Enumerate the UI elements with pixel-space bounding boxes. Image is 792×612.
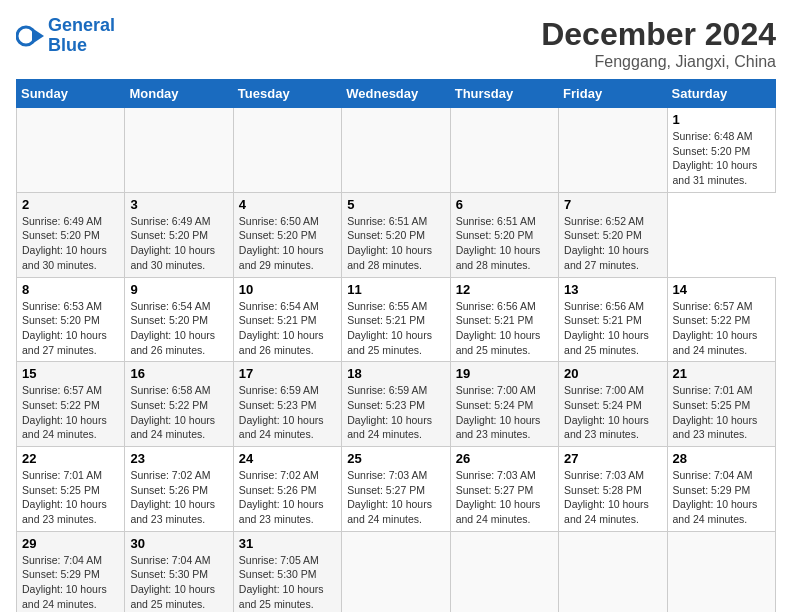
calendar-cell <box>233 108 341 193</box>
calendar-cell <box>667 531 775 612</box>
day-number: 14 <box>673 282 770 297</box>
day-number: 20 <box>564 366 661 381</box>
day-info: Sunrise: 6:59 AMSunset: 5:23 PMDaylight:… <box>239 384 324 440</box>
calendar-week-row: 2 Sunrise: 6:49 AMSunset: 5:20 PMDayligh… <box>17 192 776 277</box>
calendar-cell: 30 Sunrise: 7:04 AMSunset: 5:30 PMDaylig… <box>125 531 233 612</box>
day-info: Sunrise: 6:58 AMSunset: 5:22 PMDaylight:… <box>130 384 215 440</box>
day-info: Sunrise: 6:56 AMSunset: 5:21 PMDaylight:… <box>564 300 649 356</box>
day-number: 2 <box>22 197 119 212</box>
calendar-cell <box>342 531 450 612</box>
calendar-day-header: Tuesday <box>233 80 341 108</box>
calendar-cell: 27 Sunrise: 7:03 AMSunset: 5:28 PMDaylig… <box>559 447 667 532</box>
day-info: Sunrise: 7:03 AMSunset: 5:27 PMDaylight:… <box>347 469 432 525</box>
day-number: 5 <box>347 197 444 212</box>
day-info: Sunrise: 6:53 AMSunset: 5:20 PMDaylight:… <box>22 300 107 356</box>
day-number: 3 <box>130 197 227 212</box>
day-number: 16 <box>130 366 227 381</box>
page-header: GeneralBlue December 2024 Fenggang, Jian… <box>16 16 776 71</box>
day-number: 8 <box>22 282 119 297</box>
calendar-cell: 23 Sunrise: 7:02 AMSunset: 5:26 PMDaylig… <box>125 447 233 532</box>
calendar-cell <box>559 108 667 193</box>
day-info: Sunrise: 7:03 AMSunset: 5:28 PMDaylight:… <box>564 469 649 525</box>
calendar-cell: 2 Sunrise: 6:49 AMSunset: 5:20 PMDayligh… <box>17 192 125 277</box>
day-number: 29 <box>22 536 119 551</box>
calendar-cell <box>17 108 125 193</box>
logo: GeneralBlue <box>16 16 115 56</box>
calendar-day-header: Saturday <box>667 80 775 108</box>
logo-text: GeneralBlue <box>48 16 115 56</box>
day-info: Sunrise: 6:57 AMSunset: 5:22 PMDaylight:… <box>673 300 758 356</box>
day-info: Sunrise: 6:49 AMSunset: 5:20 PMDaylight:… <box>22 215 107 271</box>
calendar-cell: 10 Sunrise: 6:54 AMSunset: 5:21 PMDaylig… <box>233 277 341 362</box>
calendar-week-row: 1 Sunrise: 6:48 AMSunset: 5:20 PMDayligh… <box>17 108 776 193</box>
logo-icon <box>16 22 44 50</box>
day-number: 22 <box>22 451 119 466</box>
day-number: 21 <box>673 366 770 381</box>
day-number: 31 <box>239 536 336 551</box>
day-info: Sunrise: 7:00 AMSunset: 5:24 PMDaylight:… <box>456 384 541 440</box>
day-number: 23 <box>130 451 227 466</box>
day-number: 9 <box>130 282 227 297</box>
calendar-cell: 14 Sunrise: 6:57 AMSunset: 5:22 PMDaylig… <box>667 277 775 362</box>
day-number: 28 <box>673 451 770 466</box>
calendar-cell: 15 Sunrise: 6:57 AMSunset: 5:22 PMDaylig… <box>17 362 125 447</box>
day-number: 13 <box>564 282 661 297</box>
calendar-cell: 20 Sunrise: 7:00 AMSunset: 5:24 PMDaylig… <box>559 362 667 447</box>
calendar-cell <box>450 531 558 612</box>
day-number: 11 <box>347 282 444 297</box>
day-info: Sunrise: 6:54 AMSunset: 5:20 PMDaylight:… <box>130 300 215 356</box>
calendar-cell: 26 Sunrise: 7:03 AMSunset: 5:27 PMDaylig… <box>450 447 558 532</box>
day-number: 12 <box>456 282 553 297</box>
day-number: 17 <box>239 366 336 381</box>
calendar-day-header: Wednesday <box>342 80 450 108</box>
day-info: Sunrise: 6:52 AMSunset: 5:20 PMDaylight:… <box>564 215 649 271</box>
day-info: Sunrise: 7:04 AMSunset: 5:29 PMDaylight:… <box>673 469 758 525</box>
calendar-week-row: 22 Sunrise: 7:01 AMSunset: 5:25 PMDaylig… <box>17 447 776 532</box>
calendar-cell: 24 Sunrise: 7:02 AMSunset: 5:26 PMDaylig… <box>233 447 341 532</box>
day-number: 4 <box>239 197 336 212</box>
day-info: Sunrise: 6:54 AMSunset: 5:21 PMDaylight:… <box>239 300 324 356</box>
calendar-cell: 19 Sunrise: 7:00 AMSunset: 5:24 PMDaylig… <box>450 362 558 447</box>
day-info: Sunrise: 6:51 AMSunset: 5:20 PMDaylight:… <box>347 215 432 271</box>
day-number: 25 <box>347 451 444 466</box>
location: Fenggang, Jiangxi, China <box>541 53 776 71</box>
calendar-cell: 13 Sunrise: 6:56 AMSunset: 5:21 PMDaylig… <box>559 277 667 362</box>
calendar-cell: 9 Sunrise: 6:54 AMSunset: 5:20 PMDayligh… <box>125 277 233 362</box>
calendar-cell <box>450 108 558 193</box>
day-info: Sunrise: 7:01 AMSunset: 5:25 PMDaylight:… <box>22 469 107 525</box>
day-number: 19 <box>456 366 553 381</box>
day-info: Sunrise: 7:05 AMSunset: 5:30 PMDaylight:… <box>239 554 324 610</box>
calendar-cell: 25 Sunrise: 7:03 AMSunset: 5:27 PMDaylig… <box>342 447 450 532</box>
day-info: Sunrise: 7:02 AMSunset: 5:26 PMDaylight:… <box>239 469 324 525</box>
calendar-cell: 11 Sunrise: 6:55 AMSunset: 5:21 PMDaylig… <box>342 277 450 362</box>
month-title: December 2024 <box>541 16 776 53</box>
calendar-cell: 12 Sunrise: 6:56 AMSunset: 5:21 PMDaylig… <box>450 277 558 362</box>
day-number: 1 <box>673 112 770 127</box>
day-info: Sunrise: 6:51 AMSunset: 5:20 PMDaylight:… <box>456 215 541 271</box>
day-info: Sunrise: 7:04 AMSunset: 5:30 PMDaylight:… <box>130 554 215 610</box>
title-area: December 2024 Fenggang, Jiangxi, China <box>541 16 776 71</box>
calendar-day-header: Friday <box>559 80 667 108</box>
calendar-cell <box>342 108 450 193</box>
calendar-cell: 3 Sunrise: 6:49 AMSunset: 5:20 PMDayligh… <box>125 192 233 277</box>
calendar-cell <box>559 531 667 612</box>
calendar-cell: 21 Sunrise: 7:01 AMSunset: 5:25 PMDaylig… <box>667 362 775 447</box>
calendar-header-row: SundayMondayTuesdayWednesdayThursdayFrid… <box>17 80 776 108</box>
calendar-week-row: 15 Sunrise: 6:57 AMSunset: 5:22 PMDaylig… <box>17 362 776 447</box>
calendar-cell <box>125 108 233 193</box>
day-info: Sunrise: 7:01 AMSunset: 5:25 PMDaylight:… <box>673 384 758 440</box>
calendar-cell: 1 Sunrise: 6:48 AMSunset: 5:20 PMDayligh… <box>667 108 775 193</box>
calendar-cell: 17 Sunrise: 6:59 AMSunset: 5:23 PMDaylig… <box>233 362 341 447</box>
day-info: Sunrise: 6:50 AMSunset: 5:20 PMDaylight:… <box>239 215 324 271</box>
calendar-cell: 22 Sunrise: 7:01 AMSunset: 5:25 PMDaylig… <box>17 447 125 532</box>
day-info: Sunrise: 6:55 AMSunset: 5:21 PMDaylight:… <box>347 300 432 356</box>
calendar-day-header: Thursday <box>450 80 558 108</box>
day-info: Sunrise: 6:59 AMSunset: 5:23 PMDaylight:… <box>347 384 432 440</box>
day-number: 30 <box>130 536 227 551</box>
day-number: 6 <box>456 197 553 212</box>
day-number: 27 <box>564 451 661 466</box>
calendar-table: SundayMondayTuesdayWednesdayThursdayFrid… <box>16 79 776 612</box>
day-info: Sunrise: 6:56 AMSunset: 5:21 PMDaylight:… <box>456 300 541 356</box>
day-info: Sunrise: 7:04 AMSunset: 5:29 PMDaylight:… <box>22 554 107 610</box>
calendar-cell: 8 Sunrise: 6:53 AMSunset: 5:20 PMDayligh… <box>17 277 125 362</box>
